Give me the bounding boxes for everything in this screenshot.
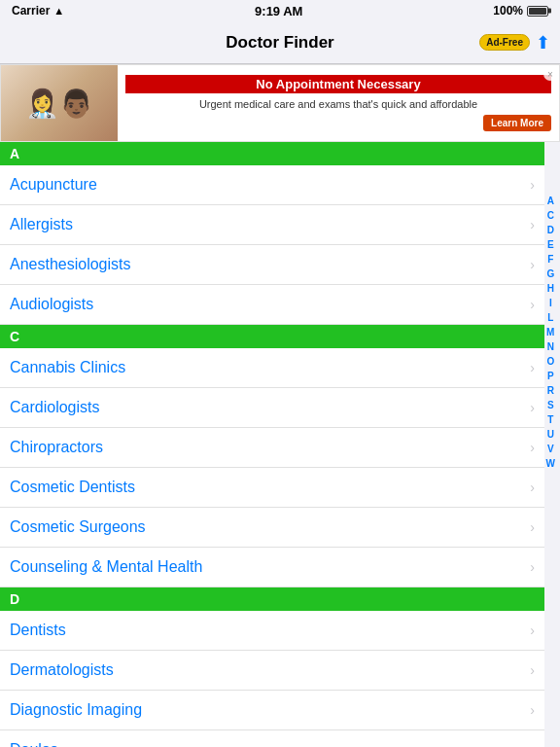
list-item[interactable]: Dermatologists› <box>0 651 544 691</box>
ad-content: No Appointment Necessary Urgent medical … <box>118 65 559 141</box>
list-item-label: Doulas <box>10 741 58 747</box>
nav-title: Doctor Finder <box>226 33 333 53</box>
index-bar[interactable]: ACDEFGHILMNOPRSTUVW <box>543 195 558 471</box>
ad-close-button[interactable]: × <box>543 67 557 81</box>
list-item-label: Chiropractors <box>10 439 103 456</box>
index-bar-item-m[interactable]: M <box>543 326 557 339</box>
list-item[interactable]: Audiologists› <box>0 285 544 325</box>
index-bar-item-f[interactable]: F <box>544 253 556 267</box>
index-bar-item-o[interactable]: O <box>543 355 557 369</box>
list-item[interactable]: Anesthesiologists› <box>0 245 544 285</box>
index-bar-item-a[interactable]: A <box>544 195 557 208</box>
section-header-a: A <box>0 142 544 165</box>
ad-free-badge[interactable]: Ad-Free <box>479 34 530 51</box>
section-header-d: D <box>0 587 544 611</box>
index-bar-item-n[interactable]: N <box>544 340 557 354</box>
list-item[interactable]: Allergists› <box>0 205 544 245</box>
list-item[interactable]: Dentists› <box>0 611 544 651</box>
list-item-label: Cosmetic Surgeons <box>10 518 146 536</box>
share-icon[interactable]: ⬆ <box>536 32 550 53</box>
ad-free-label: Ad-Free <box>486 37 523 48</box>
carrier-label: Carrier <box>12 4 50 18</box>
list-item[interactable]: Counseling & Mental Health› <box>0 548 544 587</box>
index-bar-item-g[interactable]: G <box>543 267 557 281</box>
status-bar: Carrier ▲ 9:19 AM 100% <box>0 0 560 21</box>
list-item-label: Acupuncture <box>10 176 97 194</box>
wifi-icon: ▲ <box>53 5 64 17</box>
chevron-right-icon: › <box>530 622 535 638</box>
status-right: 100% <box>493 4 548 18</box>
chevron-right-icon: › <box>530 177 535 193</box>
list-item-label: Cardiologists <box>10 399 99 416</box>
chevron-right-icon: › <box>530 702 535 718</box>
list-item[interactable]: Cosmetic Surgeons› <box>0 508 544 548</box>
index-bar-item-e[interactable]: E <box>544 238 557 252</box>
chevron-right-icon: › <box>530 217 535 232</box>
index-bar-item-c[interactable]: C <box>544 209 557 223</box>
chevron-right-icon: › <box>530 360 535 375</box>
index-bar-item-d[interactable]: D <box>544 224 557 237</box>
list-item[interactable]: Chiropractors› <box>0 428 544 468</box>
ad-cta-button[interactable]: Learn More <box>483 115 551 131</box>
list-item-label: Audiologists <box>10 296 93 313</box>
index-bar-item-t[interactable]: T <box>544 413 556 427</box>
nav-right-buttons: Ad-Free ⬆ <box>479 32 550 53</box>
list-item-label: Anesthesiologists <box>10 256 131 273</box>
status-left: Carrier ▲ <box>12 4 64 18</box>
ad-banner: 👩‍⚕️👨🏾 No Appointment Necessary Urgent m… <box>0 64 560 142</box>
index-bar-item-u[interactable]: U <box>544 428 557 442</box>
index-bar-item-r[interactable]: R <box>544 384 557 398</box>
list-item-label: Counseling & Mental Health <box>10 558 202 576</box>
index-bar-item-w[interactable]: W <box>543 457 558 471</box>
list-item[interactable]: Doulas› <box>0 730 544 747</box>
chevron-right-icon: › <box>530 257 535 272</box>
list-item-label: Allergists <box>10 216 73 233</box>
nav-bar: Doctor Finder Ad-Free ⬆ <box>0 21 560 64</box>
chevron-right-icon: › <box>530 297 535 312</box>
ad-headline[interactable]: No Appointment Necessary <box>125 75 551 93</box>
chevron-right-icon: › <box>530 480 535 495</box>
index-bar-item-v[interactable]: V <box>544 443 557 456</box>
ad-image-figures: 👩‍⚕️👨🏾 <box>25 88 93 120</box>
section-letter-a: A <box>10 146 19 161</box>
chevron-right-icon: › <box>530 559 535 575</box>
section-letter-c: C <box>10 329 19 344</box>
index-bar-item-i[interactable]: I <box>546 297 555 310</box>
list-item-label: Cosmetic Dentists <box>10 479 135 496</box>
section-header-c: C <box>0 325 544 348</box>
chevron-right-icon: › <box>530 440 535 455</box>
list-item[interactable]: Cardiologists› <box>0 388 544 428</box>
index-bar-item-l[interactable]: L <box>544 311 556 325</box>
section-letter-d: D <box>10 591 19 607</box>
index-bar-item-h[interactable]: H <box>544 282 557 296</box>
chevron-right-icon: › <box>530 519 535 535</box>
main-content: AAcupuncture›Allergists›Anesthesiologist… <box>0 142 560 747</box>
list-item[interactable]: Cannabis Clinics› <box>0 348 544 388</box>
battery-icon <box>527 6 548 17</box>
ad-body: Urgent medical care and exams that's qui… <box>125 97 551 111</box>
battery-percent: 100% <box>493 4 523 18</box>
list-item[interactable]: Diagnostic Imaging› <box>0 691 544 730</box>
battery-fill <box>529 8 546 15</box>
index-bar-item-s[interactable]: S <box>544 399 557 412</box>
list-item-label: Dermatologists <box>10 661 114 679</box>
ad-image: 👩‍⚕️👨🏾 <box>1 65 118 141</box>
chevron-right-icon: › <box>530 662 535 678</box>
chevron-right-icon: › <box>530 400 535 415</box>
list-item[interactable]: Acupuncture› <box>0 165 544 205</box>
list-item-label: Cannabis Clinics <box>10 359 125 376</box>
index-bar-item-p[interactable]: P <box>544 370 557 383</box>
list-item-label: Dentists <box>10 622 66 639</box>
time-label: 9:19 AM <box>255 4 302 18</box>
list-item[interactable]: Cosmetic Dentists› <box>0 468 544 508</box>
chevron-right-icon: › <box>530 742 535 747</box>
list-item-label: Diagnostic Imaging <box>10 701 142 719</box>
